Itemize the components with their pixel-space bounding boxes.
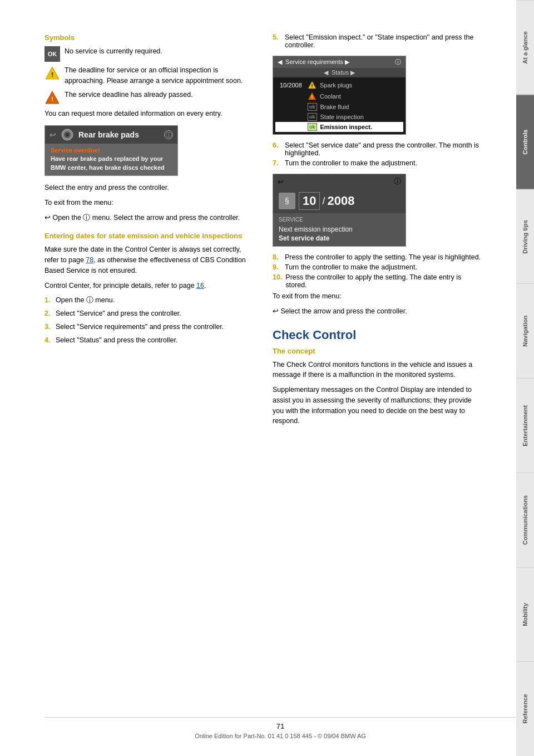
concept-body1: The Check Control monitors functions in … (273, 360, 484, 381)
step-4: 4. Select "Status" and press the control… (44, 335, 256, 346)
symbol-orange-triangle-row: ! The service deadline has already passe… (44, 90, 256, 105)
brake-screen-info-icon: ⓘ (164, 130, 173, 139)
date-month: 10 (299, 192, 320, 210)
step-7: 7. Turn the controller to make the adjus… (273, 159, 484, 167)
step-10: 10. Press the controller to apply the se… (273, 273, 484, 289)
step-5-num: 5. (273, 33, 281, 49)
step-5: 5. Select "Emission inspect." or "State … (273, 33, 484, 49)
sidebar-tab-mobility[interactable]: Mobility (516, 567, 534, 662)
select-entry-text: Select the entry and press the controlle… (44, 183, 256, 193)
rear-brake-top-bar: ↩ Rear brake pads ⓘ (45, 126, 177, 144)
symbol-yellow-triangle-row: ! The deadline for service or an officia… (44, 65, 256, 86)
back-arrow-icon: ↩ (50, 130, 56, 139)
step-6: 6. Select "Set service date" and press t… (273, 141, 484, 157)
state-inspection-label: State inspection (320, 114, 364, 120)
entering-dates-body1: Make sure the date in the Control Center… (44, 244, 256, 276)
srv-row-sparkplugs: 10/2008 ! Spark plugs (275, 80, 403, 91)
svg-text:!: ! (51, 96, 53, 102)
exit-menu-text-right: To exit from the menu: (273, 291, 484, 302)
date-display-area: § 10 / 2008 (273, 189, 406, 213)
warning-icon-2: ! (308, 92, 317, 101)
srv-header-bar: ◀ Service requirements ▶ ⓘ (273, 56, 406, 68)
page-footer: 71 Online Edition for Part-No. 01 41 0 1… (44, 717, 516, 739)
orange-triangle-icon: ! (44, 90, 60, 105)
srv-row-brake-fluid: ok Brake fluid (275, 102, 403, 112)
right-back-arrow-icon: ↩ (273, 307, 279, 315)
step-10-text: Press the controller to apply the settin… (285, 273, 484, 289)
step-2-text: Select "Service" and press the controlle… (56, 308, 181, 319)
step-2-num: 2. (44, 308, 52, 319)
symbols-heading: Symbols (44, 33, 256, 42)
date-screen: ↩ ⓘ § 10 / 2008 Service Next (273, 174, 406, 247)
step-8: 8. Press the controller to apply the set… (273, 253, 484, 261)
step-7-text: Turn the controller to make the adjustme… (285, 159, 417, 167)
emission-label: Emission inspect. (320, 124, 373, 130)
yellow-triangle-icon: ! (44, 65, 60, 81)
date-slash: / (322, 195, 325, 207)
sidebar-tab-controls[interactable]: Controls (516, 95, 534, 189)
symbol-yellow-triangle-text: The deadline for service or an official … (65, 65, 256, 86)
step-3: 3. Select "Service requirements" and pre… (44, 322, 256, 332)
sidebar-tab-communications[interactable]: Communications (516, 473, 534, 567)
brake-title-text: Rear brake pads (78, 130, 139, 139)
step-9: 9. Turn the controller to make the adjus… (273, 263, 484, 271)
page-container: Symbols OK No service is currently requi… (0, 0, 534, 756)
entering-dates-body2: Control Center, for principle details, r… (44, 281, 256, 291)
date-screen-info-icon: ⓘ (394, 176, 401, 186)
step-8-text: Press the controller to apply the settin… (285, 253, 481, 261)
step-1-num: 1. (44, 295, 52, 306)
date-year: 2008 (328, 194, 355, 208)
svg-text:!: ! (51, 71, 53, 78)
rear-brake-screen: ↩ Rear brake pads ⓘ Service overdue! Hav… (44, 125, 178, 176)
left-back-arrow-icon: ↩ (44, 214, 51, 222)
step-3-num: 3. (44, 322, 52, 332)
srv-subheader-bar: ◀ Status ▶ (273, 68, 406, 77)
date-screen-body: Service Next emission inspection Set ser… (273, 213, 406, 246)
service-icon: § (279, 193, 295, 209)
sidebar-tab-reference[interactable]: Reference (516, 661, 534, 756)
srv-row-state-inspection: ok State inspection (275, 112, 403, 122)
step-9-num: 9. (273, 263, 281, 271)
page-ref-78[interactable]: 78 (86, 256, 93, 264)
symbols-note: You can request more detailed informatio… (44, 109, 256, 119)
concept-body2: Supplementary messages on the Control Di… (273, 385, 484, 426)
main-content: Symbols OK No service is currently requi… (0, 0, 516, 756)
brake-icon (61, 128, 74, 141)
coolant-label: Coolant (320, 93, 341, 100)
date-display: 10 / 2008 (299, 192, 354, 210)
page-ref-16[interactable]: 16 (196, 282, 204, 289)
srv-header-text: ◀ Service requirements ▶ (278, 58, 349, 66)
right-column: 5. Select "Emission inspect." or "State … (273, 33, 484, 723)
step-7-num: 7. (273, 159, 281, 167)
sidebar-tab-navigation[interactable]: Navigation (516, 283, 534, 378)
sidebar-tab-driving-tips[interactable]: Driving tips (516, 189, 534, 284)
footer-text: Online Edition for Part-No. 01 41 0 158 … (44, 733, 516, 739)
step-4-text: Select "Status" and press the controller… (56, 335, 177, 346)
page-number: 71 (44, 722, 516, 730)
check-control-heading: Check Control (273, 328, 484, 342)
entering-dates-heading: Entering dates for state emission and ve… (44, 232, 256, 240)
sidebar-tab-entertainment[interactable]: Entertainment (516, 378, 534, 473)
symbol-ok-row: OK No service is currently required. (44, 46, 256, 62)
spark-plugs-label: Spark plugs (320, 82, 352, 89)
concept-heading: The concept (273, 347, 484, 355)
right-sidebar: At a glance Controls Driving tips Naviga… (516, 0, 534, 756)
sidebar-tab-at-a-glance[interactable]: At a glance (516, 0, 534, 95)
exit-arrow-label-left: Open the ⓘ menu. (52, 214, 111, 222)
step-6-num: 6. (273, 141, 281, 157)
step-6-text: Select "Set service date" and press the … (285, 141, 484, 157)
next-emission-option: Next emission inspection (279, 225, 400, 234)
ok-badge-state-inspection: ok (308, 113, 317, 121)
srv-info-icon: ⓘ (395, 58, 401, 66)
service-requirements-screen: ◀ Service requirements ▶ ⓘ ◀ Status ▶ 10… (273, 56, 406, 135)
svg-point-6 (66, 133, 69, 136)
ok-badge-brake-fluid: ok (308, 103, 317, 111)
symbol-ok-text: No service is currently required. (65, 46, 162, 57)
svg-text:§: § (285, 197, 289, 205)
srv-date: 10/2008 (280, 82, 304, 89)
exit-arrow-text-right: ↩ Select the arrow and press the control… (273, 306, 484, 317)
srv-row-coolant: ! Coolant (275, 91, 403, 102)
exit-menu-text-left: To exit from the menu: (44, 198, 256, 208)
set-service-date-option: Set service date (279, 234, 400, 243)
date-screen-top-bar: ↩ ⓘ (273, 174, 406, 189)
